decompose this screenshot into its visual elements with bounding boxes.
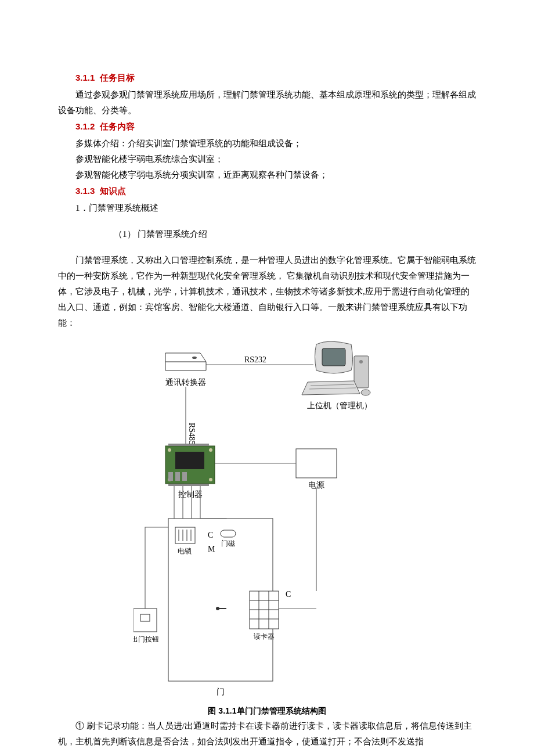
svg-point-15: [168, 448, 171, 452]
exit-button-icon: [134, 609, 157, 632]
svg-rect-37: [221, 530, 236, 537]
svg-marker-3: [165, 353, 206, 362]
reader-icon: [250, 591, 279, 629]
heading-3-1-1: 3.1.1 任务目标: [75, 73, 135, 82]
label-doormag: 门磁: [221, 539, 235, 548]
svg-rect-14: [175, 452, 204, 469]
heading-title: 任务目标: [100, 73, 135, 82]
svg-point-7: [359, 360, 363, 363]
svg-rect-24: [296, 449, 337, 478]
svg-point-16: [209, 448, 212, 452]
list-subitem-1: （1） 门禁管理系统介绍: [114, 226, 476, 242]
heading-3-1-2: 3.1.2 任务内容: [75, 121, 135, 131]
svg-rect-32: [175, 527, 195, 543]
power-icon: [296, 449, 337, 478]
figure-caption: 图 3.1.1单门门禁管理系统结构图: [58, 704, 476, 718]
svg-rect-5: [322, 348, 345, 366]
svg-point-4: [192, 357, 197, 359]
lock-icon: [175, 527, 195, 543]
paragraph-312b: 参观智能化楼宇弱电系统综合实训室；: [75, 152, 476, 167]
svg-point-11: [361, 390, 370, 395]
paragraph-func1: ① 刷卡记录功能：当人员进/出通道时需持卡在读卡器前进行读卡，读卡器读取信息后，…: [58, 718, 476, 750]
label-c2: C: [286, 590, 291, 599]
heading-3-1-3: 3.1.3 知识点: [75, 186, 126, 196]
label-reader: 读卡器: [254, 632, 275, 640]
svg-rect-21: [182, 472, 187, 481]
paragraph-312a: 多媒体介绍：介绍实训室门禁管理系统的功能和组成设备；: [75, 136, 476, 152]
heading-num: 3.1.2: [75, 121, 95, 131]
figure-3-1-1: .wire { stroke:#666; stroke-width:1.2; f…: [134, 336, 400, 701]
converter-icon: [165, 353, 206, 370]
label-controller: 控制器: [178, 490, 203, 499]
system-diagram-svg: .wire { stroke:#666; stroke-width:1.2; f…: [134, 336, 400, 701]
label-rs232: RS232: [244, 355, 266, 364]
label-exitbtn: 出门按钮: [134, 635, 159, 643]
heading-title: 知识点: [100, 186, 126, 196]
svg-rect-20: [175, 472, 180, 481]
svg-rect-19: [168, 472, 173, 481]
heading-num: 3.1.3: [75, 186, 95, 196]
paragraph-312c: 参观智能化楼宇弱电系统分项实训室，近距离观察各种门禁设备；: [75, 167, 476, 183]
svg-rect-47: [140, 614, 150, 621]
door-magnet-icon: [221, 530, 236, 537]
paragraph-311: 通过参观参观门禁管理系统应用场所，理解门禁管理系统功能、基本组成原理和系统的类型…: [58, 87, 476, 118]
label-door: 门: [217, 687, 225, 696]
label-host: 上位机（管理机）: [307, 401, 372, 410]
heading-title: 任务内容: [100, 121, 135, 131]
list-item-1: 1．门禁管理系统概述: [75, 200, 476, 216]
label-m: M: [208, 545, 215, 553]
svg-rect-23: [168, 484, 209, 486]
label-rs485: RS485: [187, 423, 196, 445]
label-c1: C: [208, 531, 213, 539]
svg-rect-22: [168, 444, 209, 446]
host-pc-icon: [302, 341, 370, 395]
svg-marker-2: [165, 362, 206, 370]
label-converter: 通讯转换器: [165, 378, 206, 387]
svg-point-18: [209, 478, 212, 481]
paragraph-intro: 门禁管理系统，又称出入口管理控制系统，是一种管理人员进出的数字化管理系统。它属于…: [58, 253, 476, 331]
heading-num: 3.1.1: [75, 73, 95, 82]
controller-icon: [165, 444, 215, 486]
label-lock: 电锁: [178, 547, 192, 555]
